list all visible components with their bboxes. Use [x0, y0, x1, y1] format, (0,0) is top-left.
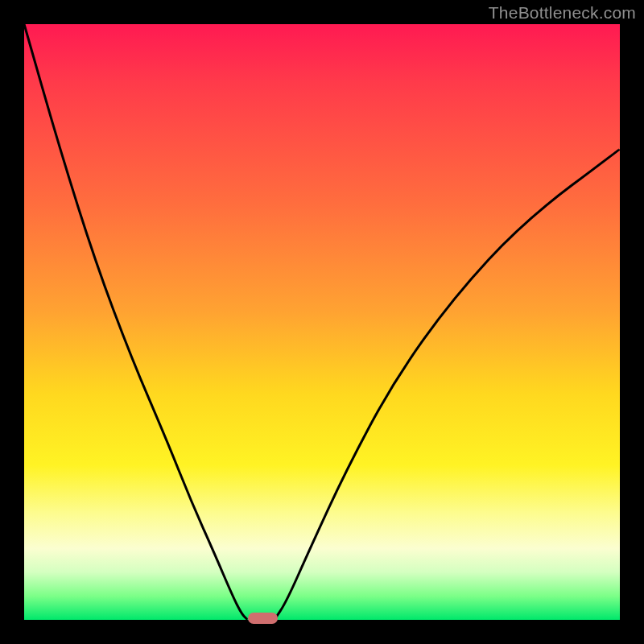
curve-right-branch: [275, 149, 620, 620]
curve-left-branch: [24, 24, 248, 620]
watermark-text: TheBottleneck.com: [489, 3, 636, 23]
optimal-marker: [248, 613, 278, 624]
chart-frame: TheBottleneck.com: [0, 0, 644, 644]
plot-gradient-area: [24, 24, 620, 620]
bottleneck-curve: [24, 24, 620, 620]
